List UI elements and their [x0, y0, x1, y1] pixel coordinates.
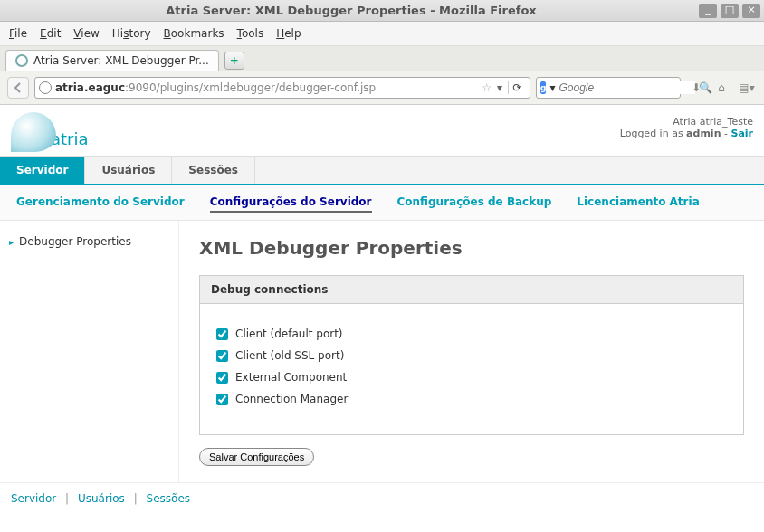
menu-help[interactable]: Help [276, 27, 301, 40]
panel-header: Debug connections [200, 276, 743, 304]
option-client-default-port: Client (default port) [216, 328, 727, 340]
checkbox-external-component[interactable] [216, 372, 228, 384]
login-line: Logged in as admin - Sair [620, 128, 753, 139]
footer-servidor[interactable]: Servidor [11, 492, 56, 505]
window-buttons: _ □ × [699, 4, 760, 18]
option-connection-manager: Connection Manager [216, 393, 727, 405]
logout-link[interactable]: Sair [731, 128, 753, 139]
menu-file[interactable]: File [9, 27, 27, 40]
close-button[interactable]: × [742, 4, 760, 18]
menu-history[interactable]: History [112, 27, 151, 40]
maximize-button[interactable]: □ [721, 4, 739, 18]
window-titlebar: Atria Server: XML Debugger Properties - … [0, 0, 764, 22]
new-tab-button[interactable]: + [224, 52, 244, 70]
option-external-component: External Component [216, 371, 727, 384]
search-engine-icon[interactable]: g [540, 81, 546, 94]
url-path: :9090/plugins/xmldebugger/debugger-conf.… [125, 81, 376, 94]
body-row: Debugger Properties XML Debugger Propert… [0, 221, 764, 482]
label-client-old-ssl-port: Client (old SSL port) [235, 349, 344, 362]
menu-view[interactable]: View [73, 27, 99, 40]
search-box[interactable]: g ▾ 🔍 [536, 77, 681, 99]
debug-connections-panel: Debug connections Client (default port) … [199, 275, 744, 435]
checkbox-client-old-ssl-port[interactable] [216, 350, 228, 362]
nav-servidor[interactable]: Servidor [0, 157, 85, 184]
logo-text: atria [51, 129, 89, 148]
sidebar: Debugger Properties [0, 221, 179, 482]
tenant-name: Atria atria_Teste [620, 116, 753, 128]
url-host: atria.eaguc [55, 81, 125, 94]
page-content: atria Atria atria_Teste Logged in as adm… [0, 105, 764, 514]
nav-sessoes[interactable]: Sessões [172, 157, 255, 184]
subnav-backup[interactable]: Configurações de Backup [397, 193, 552, 213]
home-button[interactable]: ⌂ [711, 78, 731, 98]
footer: Servidor | Usuários | Sessões [0, 482, 764, 514]
nav-usuarios[interactable]: Usuários [85, 157, 172, 184]
save-button[interactable]: Salvar Configurações [199, 448, 314, 466]
label-client-default-port: Client (default port) [235, 328, 343, 340]
subnav-gerenciamento[interactable]: Gerenciamento do Servidor [16, 193, 185, 213]
minimize-button[interactable]: _ [699, 4, 717, 18]
footer-sessoes[interactable]: Sessões [147, 492, 190, 505]
page-title: XML Debugger Properties [199, 237, 744, 259]
panel-body: Client (default port) Client (old SSL po… [200, 304, 743, 434]
subnav-configuracoes[interactable]: Configurações do Servidor [210, 193, 372, 213]
browser-menubar: File Edit View History Bookmarks Tools H… [0, 22, 764, 46]
downloads-button[interactable]: ⬇ [686, 78, 706, 98]
footer-sep1: | [65, 492, 69, 505]
current-user: admin [686, 128, 721, 139]
checkbox-client-default-port[interactable] [216, 328, 228, 340]
footer-usuarios[interactable]: Usuários [78, 492, 125, 505]
bookmarks-menu-button[interactable]: ▤▾ [737, 78, 757, 98]
search-engine-dropdown-icon[interactable]: ▾ [549, 81, 555, 94]
checkbox-connection-manager[interactable] [216, 394, 228, 405]
footer-sep2: | [134, 492, 138, 505]
tab-favicon [15, 54, 28, 67]
url-text: atria.eaguc:9090/plugins/xmldebugger/deb… [55, 81, 478, 94]
logo-mark [11, 112, 56, 152]
search-input[interactable] [559, 81, 695, 94]
browser-tab[interactable]: Atria Server: XML Debugger Pr... [5, 50, 219, 71]
page-header: atria Atria atria_Teste Logged in as adm… [0, 105, 764, 156]
sub-nav: Gerenciamento do Servidor Configurações … [0, 185, 764, 221]
user-info: Atria atria_Teste Logged in as admin - S… [620, 112, 753, 139]
sidebar-debugger-properties[interactable]: Debugger Properties [9, 232, 169, 252]
tab-label: Atria Server: XML Debugger Pr... [33, 54, 209, 67]
window-title: Atria Server: XML Debugger Properties - … [4, 4, 699, 17]
address-bar[interactable]: atria.eaguc:9090/plugins/xmldebugger/deb… [34, 77, 530, 99]
site-identity-icon [39, 81, 52, 94]
reload-button[interactable]: ⟳ [508, 81, 526, 94]
back-icon [12, 81, 24, 94]
toolbar: atria.eaguc:9090/plugins/xmldebugger/deb… [0, 71, 764, 105]
label-connection-manager: Connection Manager [235, 393, 348, 405]
content-area: XML Debugger Properties Debug connection… [179, 221, 764, 482]
tab-strip: Atria Server: XML Debugger Pr... + [0, 46, 764, 71]
back-button[interactable] [7, 77, 29, 99]
subnav-licenciamento[interactable]: Licenciamento Atria [577, 193, 699, 213]
menu-edit[interactable]: Edit [40, 27, 61, 40]
main-nav: Servidor Usuários Sessões [0, 156, 764, 185]
menu-tools[interactable]: Tools [237, 27, 264, 40]
option-client-old-ssl-port: Client (old SSL port) [216, 349, 727, 362]
label-external-component: External Component [235, 371, 347, 384]
bookmark-star-icon[interactable]: ☆ [482, 81, 492, 94]
url-dropdown-icon[interactable]: ▾ [495, 81, 504, 94]
logo: atria [11, 112, 89, 152]
menu-bookmarks[interactable]: Bookmarks [164, 27, 224, 40]
